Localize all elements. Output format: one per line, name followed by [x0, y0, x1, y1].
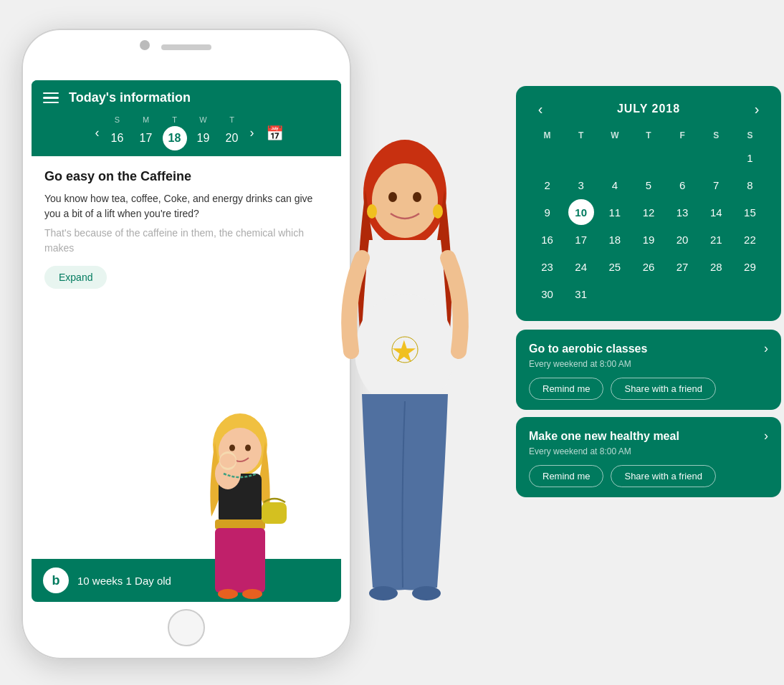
day-num-1: 17 — [134, 126, 158, 150]
activity-chevron-1[interactable]: › — [764, 428, 768, 444]
day-col-2[interactable]: T 18 — [163, 115, 187, 150]
baby-age-text: 10 weeks 1 Day old — [77, 575, 171, 587]
card-body-text: You know how tea, coffee, Coke, and ener… — [44, 191, 328, 221]
cal-dow-4: F — [666, 130, 699, 140]
cal-day-13[interactable]: 13 — [669, 199, 695, 225]
day-num-2: 18 — [163, 126, 187, 150]
menu-icon[interactable] — [43, 92, 59, 104]
cal-day-9[interactable]: 9 — [535, 199, 560, 225]
cal-day-3[interactable]: 3 — [568, 172, 594, 198]
svg-point-8 — [242, 589, 262, 599]
cal-dow-2: W — [598, 130, 631, 140]
activity-subtitle-0: Every weekend at 8:00 AM — [529, 359, 768, 369]
svg-point-15 — [388, 192, 397, 202]
cal-day-19[interactable]: 19 — [636, 226, 661, 252]
day-col-4[interactable]: T 20 — [220, 115, 244, 150]
svg-text:★: ★ — [391, 335, 418, 368]
mom-baby-character — [172, 402, 308, 631]
cal-day-1[interactable]: 1 — [737, 145, 763, 171]
cal-day-27[interactable]: 27 — [669, 254, 695, 279]
day-col-0[interactable]: S 16 — [105, 115, 130, 150]
svg-point-12 — [220, 454, 236, 468]
calendar-body: 1234567891011121314151617181920212223242… — [530, 145, 767, 307]
cal-day-24[interactable]: 24 — [568, 254, 594, 279]
calendar-icon[interactable]: 📅 — [266, 125, 284, 142]
cal-day-18[interactable]: 18 — [602, 226, 628, 252]
cal-day-16[interactable]: 16 — [535, 226, 560, 252]
remind-button-0[interactable]: Remind me — [529, 378, 603, 400]
svg-point-18 — [433, 204, 443, 219]
svg-point-2 — [229, 445, 235, 451]
cal-day-30[interactable]: 30 — [535, 281, 560, 307]
cal-day-14[interactable]: 14 — [703, 199, 729, 225]
cal-day-2[interactable]: 2 — [535, 172, 560, 198]
cal-day-17[interactable]: 17 — [568, 226, 594, 252]
day-col-1[interactable]: M 17 — [134, 115, 158, 150]
cal-day-5[interactable]: 5 — [636, 172, 661, 198]
cal-dow-0: M — [530, 130, 564, 140]
cal-dow-1: T — [564, 130, 598, 140]
week-next-button[interactable]: › — [244, 123, 260, 143]
day-num-3: 19 — [191, 126, 216, 150]
activity-chevron-0[interactable]: › — [764, 341, 768, 356]
cal-day-21[interactable]: 21 — [703, 226, 729, 252]
expand-button[interactable]: Expand — [44, 266, 107, 289]
share-button-1[interactable]: Share with a friend — [611, 465, 715, 487]
activity-title-1: Make one new healthy meal — [529, 430, 679, 443]
cal-day-11[interactable]: 11 — [602, 199, 628, 225]
cal-day-25[interactable]: 25 — [602, 254, 628, 279]
calendar-grid: M T W T F S S 12345678910111213141516171… — [530, 130, 767, 307]
cal-prev-button[interactable]: ‹ — [530, 99, 550, 119]
svg-point-17 — [367, 204, 377, 219]
cal-day-20[interactable]: 20 — [669, 226, 695, 252]
calendar-month-label: JULY 2018 — [617, 102, 680, 115]
share-button-0[interactable]: Share with a friend — [611, 378, 715, 400]
calendar-card: ‹ JULY 2018 › M T W T F S S 123456789101… — [516, 86, 781, 321]
phone-speaker — [161, 44, 211, 50]
phone-camera — [140, 40, 150, 50]
week-prev-button[interactable]: ‹ — [90, 123, 105, 143]
svg-point-14 — [372, 163, 438, 238]
week-days: S 16 M 17 T 18 W — [105, 115, 244, 150]
cal-day-8[interactable]: 8 — [737, 172, 763, 198]
activity-subtitle-1: Every weekend at 8:00 AM — [529, 446, 768, 456]
cal-day-26[interactable]: 26 — [636, 254, 661, 279]
card-body-fade: That's because of the caffeine in them, … — [44, 226, 328, 256]
calendar-header: ‹ JULY 2018 › — [530, 99, 767, 119]
cal-day-22[interactable]: 22 — [737, 226, 763, 252]
phone-header: Today's information — [32, 80, 341, 112]
cal-dow-5: S — [699, 130, 733, 140]
week-bar: ‹ S 16 M 17 T 18 — [32, 112, 341, 156]
activity-title-0: Go to aerobic classes — [529, 342, 647, 355]
activity-header-0: Go to aerobic classes › — [529, 341, 768, 356]
pregnant-character: ★ — [308, 129, 502, 645]
svg-point-3 — [245, 445, 251, 451]
day-label-4: T — [229, 115, 234, 124]
cal-dow-6: S — [733, 130, 767, 140]
activity-card-1: Make one new healthy meal › Every weeken… — [516, 417, 781, 497]
svg-point-24 — [412, 586, 441, 600]
day-label-0: S — [115, 115, 120, 124]
cal-day-6[interactable]: 6 — [669, 172, 695, 198]
right-panel: ‹ JULY 2018 › M T W T F S S 123456789101… — [516, 86, 781, 504]
cal-day-12[interactable]: 12 — [636, 199, 661, 225]
activity-card-0: Go to aerobic classes › Every weekend at… — [516, 330, 781, 410]
day-num-4: 20 — [220, 126, 244, 150]
activity-header-1: Make one new healthy meal › — [529, 428, 768, 444]
cal-day-31[interactable]: 31 — [568, 281, 594, 307]
svg-point-16 — [413, 192, 421, 202]
activity-buttons-1: Remind me Share with a friend — [529, 465, 768, 487]
remind-button-1[interactable]: Remind me — [529, 465, 603, 487]
cal-day-29[interactable]: 29 — [737, 254, 763, 279]
cal-day-4[interactable]: 4 — [602, 172, 628, 198]
svg-rect-5 — [215, 519, 265, 530]
cal-next-button[interactable]: › — [747, 99, 767, 119]
cal-day-15[interactable]: 15 — [737, 199, 763, 225]
svg-point-7 — [218, 589, 238, 599]
cal-day-7[interactable]: 7 — [703, 172, 729, 198]
cal-day-10[interactable]: 10 — [568, 199, 594, 225]
cal-day-23[interactable]: 23 — [535, 254, 560, 279]
cal-day-28[interactable]: 28 — [703, 254, 729, 279]
day-col-3[interactable]: W 19 — [191, 115, 216, 150]
day-label-2: T — [172, 115, 177, 124]
